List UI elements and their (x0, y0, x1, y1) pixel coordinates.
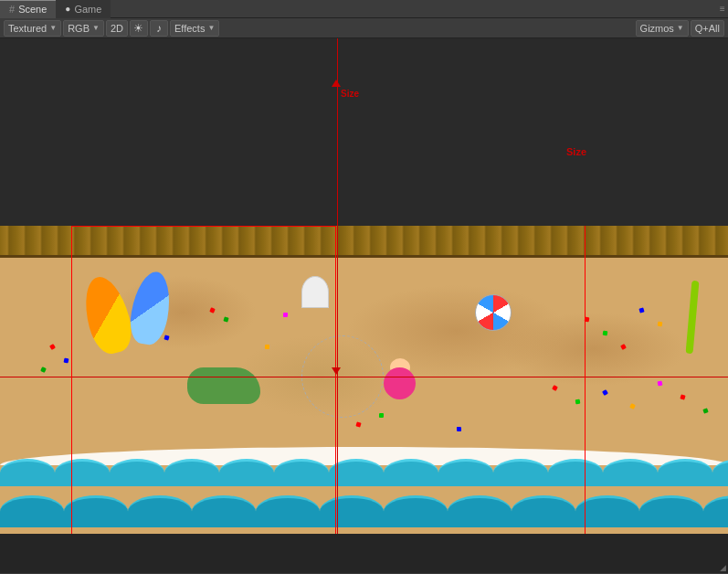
wave-circle2 (384, 495, 448, 527)
player-character (379, 358, 420, 404)
color-mode-label: RGB (68, 23, 90, 34)
wave-circle (55, 459, 110, 486)
tab-scene-label: Scene (18, 4, 47, 15)
gizmos-arrow-icon: ▼ (677, 24, 684, 32)
tab-menu-button[interactable]: ≡ (717, 0, 728, 18)
wave-circle (548, 459, 603, 486)
wave-circle (274, 459, 329, 486)
wave-circle2 (512, 495, 575, 527)
wave-circle (219, 459, 274, 486)
dimension-label: 2D (111, 23, 123, 34)
dark-background (0, 38, 728, 226)
wave-circle (658, 459, 712, 486)
color-mode-dropdown[interactable]: RGB ▼ (63, 20, 104, 37)
tab-bar: # Scene ● Game ≡ (0, 0, 728, 18)
draw-mode-label: Textured (8, 23, 47, 34)
viewport: Size Size Aspect Ratio x Size → → ◢ (0, 38, 728, 573)
wave-circle (603, 459, 658, 486)
gizmos-label: Gizmos (640, 23, 674, 34)
ghost-character (301, 276, 329, 308)
search-bar[interactable]: Q+All (691, 20, 724, 37)
tab-game[interactable]: ● Game (56, 0, 111, 18)
wave-circle2 (703, 495, 728, 527)
gizmos-dropdown[interactable]: Gizmos ▼ (636, 20, 689, 37)
player-body (384, 367, 416, 399)
search-label: Q+All (695, 23, 720, 34)
scene-canvas[interactable] (0, 226, 728, 537)
wave-circle2 (575, 495, 639, 527)
wave-circle (0, 459, 55, 486)
game-circle-icon: ● (65, 4, 70, 14)
wave-circle (493, 459, 548, 486)
fence (0, 226, 728, 258)
wave-row-1 (0, 459, 728, 486)
draw-mode-arrow-icon: ▼ (49, 24, 57, 32)
wave-circle (384, 459, 438, 486)
crosshair-vertical (337, 38, 338, 534)
confetti-piece (585, 317, 590, 323)
tab-game-label: Game (74, 4, 101, 15)
confetti-piece (575, 399, 581, 405)
confetti-piece (603, 331, 608, 336)
wave-circle (164, 459, 219, 486)
confetti-piece (658, 381, 663, 387)
dimension-toggle[interactable]: 2D (106, 20, 128, 37)
wave-circle (712, 459, 728, 486)
measurement-bar (0, 534, 728, 573)
toolbar: Textured ▼ RGB ▼ 2D ☀ ♪ Effects ▼ Gizmos… (0, 18, 728, 38)
size-text: Size (566, 146, 586, 157)
crocodile-character (187, 367, 260, 404)
audio-icon-button[interactable]: ♪ (150, 20, 168, 37)
confetti-piece (283, 313, 288, 317)
size-arrow-down (332, 367, 341, 375)
wave-circle2 (128, 495, 192, 527)
scene-hash-icon: # (9, 4, 15, 15)
wave-row-2 (0, 495, 728, 527)
wave-circle2 (0, 495, 64, 527)
color-mode-arrow-icon: ▼ (92, 24, 100, 32)
water (0, 450, 728, 537)
confetti-piece (457, 427, 461, 431)
size-arrow-up (332, 80, 341, 87)
wave-circle2 (639, 495, 703, 527)
size-label: Size (341, 89, 359, 99)
confetti-piece (379, 413, 384, 418)
crosshair-horizontal (0, 377, 728, 377)
wave-circle (110, 459, 164, 486)
confetti-piece (64, 358, 69, 364)
sun-icon-button[interactable]: ☀ (130, 20, 148, 37)
tab-scene[interactable]: # Scene (0, 0, 56, 18)
wave-circle2 (64, 495, 128, 527)
wave-circle2 (256, 495, 320, 527)
effects-label: Effects (174, 23, 205, 34)
wave-circle2 (192, 495, 256, 527)
wave-circle2 (448, 495, 512, 527)
confetti-piece (265, 345, 269, 349)
effects-dropdown[interactable]: Effects ▼ (170, 20, 219, 37)
draw-mode-dropdown[interactable]: Textured ▼ (4, 20, 61, 37)
effects-arrow-icon: ▼ (207, 24, 215, 32)
beach-background (0, 226, 728, 537)
wave-circle2 (320, 495, 384, 527)
beach-ball (475, 294, 512, 331)
wave-circle (438, 459, 493, 486)
confetti-piece (658, 322, 663, 327)
resize-handle-icon[interactable]: ◢ (717, 562, 728, 573)
